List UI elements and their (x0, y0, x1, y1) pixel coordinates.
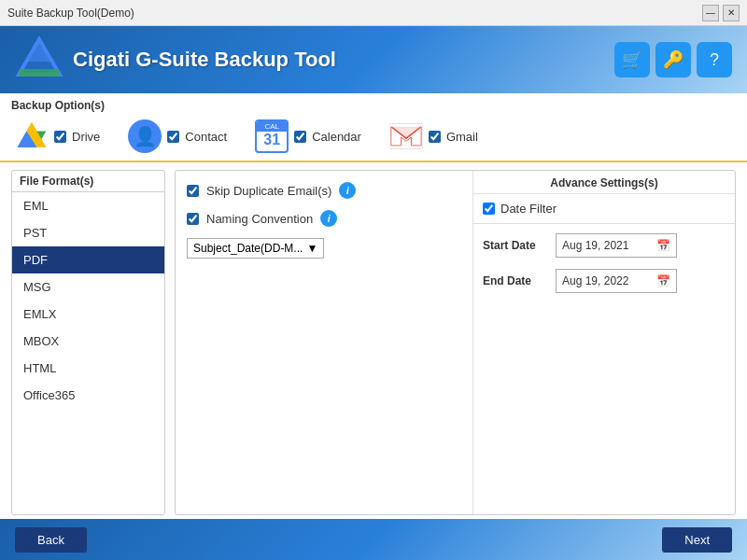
header-logo: Cigati G-Suite Backup Tool (15, 35, 336, 84)
settings-body: Skip Duplicate Email(s) i Naming Convent… (176, 171, 735, 514)
start-date-value: Aug 19, 2021 (562, 239, 628, 252)
app-logo-icon (15, 35, 63, 84)
date-filter-checkbox[interactable] (483, 203, 495, 215)
advance-settings-label: Advance Settings(s) (473, 171, 735, 194)
naming-convention-label: Naming Convention (206, 212, 313, 226)
end-date-label: End Date (483, 274, 548, 287)
main-content: Backup Option(s) Drive 👤 Contact (0, 93, 747, 523)
end-date-value: Aug 19, 2022 (562, 274, 628, 287)
backup-option-calendar: CAL 31 Calendar (255, 119, 361, 153)
file-formats-panel: File Format(s) EML PST PDF MSG EMLX MBOX… (11, 170, 165, 515)
contact-icon: 👤 (128, 119, 162, 153)
title-bar: Suite Backup Tool(Demo) — ✕ (0, 0, 747, 26)
bottom-bar: Back Next (0, 519, 747, 560)
date-filter-row: Date Filter (473, 194, 735, 224)
start-date-calendar-icon[interactable]: 📅 (656, 239, 670, 252)
skip-duplicate-row: Skip Duplicate Email(s) i (187, 182, 461, 199)
naming-convention-checkbox[interactable] (187, 213, 199, 225)
close-button[interactable]: ✕ (723, 5, 740, 21)
title-bar-text: Suite Backup Tool(Demo) (7, 7, 134, 20)
format-pst[interactable]: PST (12, 219, 164, 246)
next-button[interactable]: Next (662, 527, 732, 553)
date-rows: Start Date Aug 19, 2021 📅 End Date Aug 1… (473, 224, 735, 302)
drive-label: Drive (72, 130, 100, 144)
start-date-row: Start Date Aug 19, 2021 📅 (483, 233, 726, 258)
skip-duplicate-checkbox[interactable] (187, 185, 199, 197)
naming-convention-select[interactable]: Subject_Date(DD-M... ▼ (187, 238, 324, 259)
gmail-label: Gmail (446, 130, 478, 144)
naming-convention-row: Naming Convention i (187, 210, 461, 227)
skip-duplicate-info-icon[interactable]: i (339, 182, 356, 199)
title-bar-controls: — ✕ (702, 5, 740, 21)
format-pdf[interactable]: PDF (12, 246, 164, 273)
backup-options-section-label: Backup Option(s) (0, 93, 747, 112)
naming-dropdown-row: Subject_Date(DD-M... ▼ (187, 238, 461, 259)
drive-icon (15, 119, 49, 153)
content-area: File Format(s) EML PST PDF MSG EMLX MBOX… (0, 162, 747, 523)
svg-marker-2 (24, 39, 54, 62)
key-button[interactable]: 🔑 (655, 42, 691, 77)
header-actions: 🛒 🔑 ? (614, 42, 732, 77)
calendar-checkbox[interactable] (294, 131, 306, 143)
end-date-input[interactable]: Aug 19, 2022 📅 (556, 269, 677, 293)
svg-rect-3 (19, 69, 60, 77)
backup-option-gmail: Gmail (389, 119, 478, 153)
naming-dropdown-value: Subject_Date(DD-M... (193, 242, 303, 255)
start-date-label: Start Date (483, 239, 548, 252)
advance-settings-panel: Advance Settings(s) Date Filter Start Da… (473, 171, 735, 514)
drive-checkbox[interactable] (54, 131, 66, 143)
gmail-checkbox[interactable] (429, 131, 441, 143)
backup-option-drive: Drive (15, 119, 100, 153)
back-button[interactable]: Back (15, 527, 87, 553)
calendar-icon: CAL 31 (255, 119, 289, 153)
minimize-button[interactable]: — (702, 5, 719, 21)
format-office365[interactable]: Office365 (12, 382, 164, 409)
skip-duplicate-label: Skip Duplicate Email(s) (206, 184, 331, 198)
header: Cigati G-Suite Backup Tool 🛒 🔑 ? (0, 26, 747, 93)
settings-left: Skip Duplicate Email(s) i Naming Convent… (176, 171, 473, 514)
help-button[interactable]: ? (697, 42, 732, 77)
settings-panel: Skip Duplicate Email(s) i Naming Convent… (175, 170, 736, 515)
format-emlx[interactable]: EMLX (12, 301, 164, 328)
format-eml[interactable]: EML (12, 192, 164, 219)
file-formats-label: File Format(s) (12, 171, 164, 192)
format-mbox[interactable]: MBOX (12, 328, 164, 355)
format-msg[interactable]: MSG (12, 273, 164, 301)
app-title: Cigati G-Suite Backup Tool (73, 48, 336, 72)
gmail-icon (389, 119, 423, 153)
naming-dropdown-arrow: ▼ (306, 242, 317, 255)
backup-options-row: Drive 👤 Contact CAL 31 Calendar (0, 112, 747, 162)
end-date-row: End Date Aug 19, 2022 📅 (483, 269, 726, 293)
naming-convention-info-icon[interactable]: i (320, 210, 337, 227)
start-date-input[interactable]: Aug 19, 2021 📅 (556, 233, 677, 258)
end-date-calendar-icon[interactable]: 📅 (656, 274, 670, 287)
contact-label: Contact (185, 130, 227, 144)
date-filter-label: Date Filter (500, 202, 557, 216)
calendar-label: Calendar (312, 130, 361, 144)
cart-button[interactable]: 🛒 (614, 42, 650, 77)
format-html[interactable]: HTML (12, 355, 164, 382)
backup-option-contact: 👤 Contact (128, 119, 227, 153)
contact-checkbox[interactable] (167, 131, 179, 143)
